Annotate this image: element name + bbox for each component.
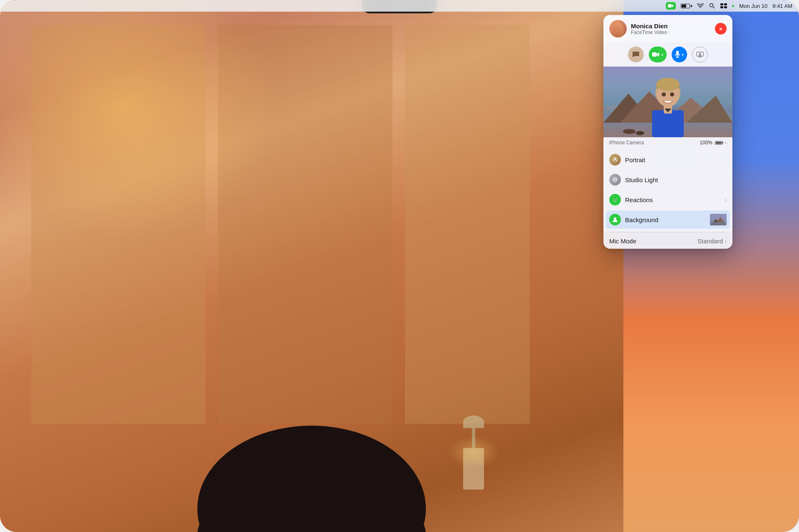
battery-percentage: 100%: [700, 140, 712, 146]
menubar-time: 9:41 AM: [772, 3, 792, 9]
facetime-menubar-icon[interactable]: [666, 2, 676, 10]
contact-name: Monica Dien: [631, 22, 715, 30]
reactions-label: Reactions: [625, 196, 725, 203]
svg-rect-17: [720, 6, 723, 8]
studio-light-label: Studio Light: [625, 176, 727, 183]
svg-rect-20: [676, 51, 679, 55]
reactions-icon: [609, 194, 621, 205]
video-chevron: ▾: [661, 52, 663, 57]
battery-fill: [682, 5, 686, 7]
svg-rect-54: [710, 214, 727, 220]
background-menu-item[interactable]: Background: [606, 210, 730, 229]
svg-rect-13: [668, 4, 672, 7]
camera-source-row: iPhone Camera 100% ›: [603, 137, 732, 148]
reactions-menu-item[interactable]: Reactions ›: [603, 190, 732, 210]
portrait-menu-item[interactable]: Portrait: [603, 150, 732, 170]
control-center-icon[interactable]: [720, 2, 727, 9]
svg-point-38: [662, 92, 666, 97]
rock2: [636, 131, 644, 135]
contact-subtitle: FaceTime Video ›: [631, 30, 715, 35]
message-button[interactable]: [628, 47, 644, 62]
menubar-right: Mon Jun 10 9:41 AM: [666, 2, 792, 10]
mini-battery: [715, 141, 722, 145]
screen: Mon Jun 10 9:41 AM Monica Dien FaceTime …: [0, 0, 799, 532]
facetime-video-background: [0, 0, 623, 532]
battery-tip: [691, 5, 692, 7]
menu-items: Portrait: [603, 148, 732, 231]
svg-line-47: [616, 178, 617, 178]
menubar-datetime: Mon Jun 10: [739, 3, 767, 9]
wifi-icon[interactable]: [697, 2, 704, 9]
svg-line-45: [613, 178, 614, 178]
svg-line-46: [616, 181, 617, 181]
camera-chevron-icon: ›: [725, 140, 727, 146]
video-button-group[interactable]: ▾: [649, 47, 667, 62]
mic-button-group[interactable]: ▾: [672, 47, 687, 62]
mic-mode-current: Standard: [697, 238, 723, 245]
video-preview: [603, 67, 732, 137]
mic-mode-chevron-icon: ›: [725, 238, 727, 245]
background-icon: [609, 214, 621, 225]
svg-rect-57: [710, 222, 727, 225]
avatar-body: [612, 22, 624, 37]
close-button[interactable]: ×: [715, 23, 727, 35]
rock1: [623, 129, 635, 134]
mic-mode-label: Mic Mode: [609, 238, 636, 245]
svg-point-34: [656, 78, 680, 91]
battery-body: [681, 4, 690, 8]
battery-icon: [681, 4, 692, 8]
reactions-chevron-icon: ›: [725, 196, 727, 203]
svg-line-48: [613, 181, 614, 181]
person-main-video: [0, 0, 623, 532]
camera-source-label: iPhone Camera: [609, 140, 644, 146]
svg-rect-18: [724, 6, 727, 8]
facetime-panel: Monica Dien FaceTime Video › ×: [603, 15, 732, 249]
svg-point-26: [699, 53, 701, 54]
controls-row: ▾ ▾: [603, 42, 732, 67]
mac-frame: Mon Jun 10 9:41 AM Monica Dien FaceTime …: [0, 0, 799, 532]
search-menubar-icon[interactable]: [709, 2, 715, 9]
svg-rect-16: [724, 3, 727, 5]
svg-rect-15: [720, 3, 723, 5]
mic-mode-value: Standard ›: [697, 238, 727, 245]
camera-battery-display: 100% ›: [700, 140, 727, 146]
svg-point-40: [614, 178, 616, 181]
menubar-dot: [732, 5, 734, 7]
mic-mode-row[interactable]: Mic Mode Standard ›: [603, 233, 732, 249]
studio-light-menu-item[interactable]: Studio Light: [603, 170, 732, 190]
separator: [609, 232, 727, 233]
portrait-icon: [609, 154, 621, 166]
svg-rect-19: [652, 52, 657, 57]
screen-share-button[interactable]: [692, 47, 708, 62]
video-preview-person: [647, 77, 689, 137]
facetime-video-chevron: ›: [668, 30, 670, 35]
contact-avatar: [609, 20, 627, 37]
menubar: Mon Jun 10 9:41 AM: [0, 0, 799, 12]
svg-point-39: [670, 92, 674, 97]
panel-header: Monica Dien FaceTime Video › ×: [603, 15, 732, 42]
background-thumbnail: [710, 214, 727, 225]
mini-battery-fill: [716, 142, 722, 144]
svg-point-51: [615, 198, 616, 199]
contact-subtitle-text: FaceTime Video: [631, 30, 667, 35]
svg-point-14: [710, 4, 713, 7]
svg-rect-36: [652, 110, 684, 137]
svg-point-50: [613, 198, 614, 199]
contact-info: Monica Dien FaceTime Video ›: [631, 22, 715, 35]
mic-chevron: ▾: [682, 52, 684, 57]
mini-battery-tip: [722, 142, 723, 144]
svg-point-52: [614, 218, 616, 220]
background-label: Background: [625, 216, 710, 223]
portrait-label: Portrait: [625, 156, 727, 163]
studio-light-icon: [609, 174, 621, 186]
